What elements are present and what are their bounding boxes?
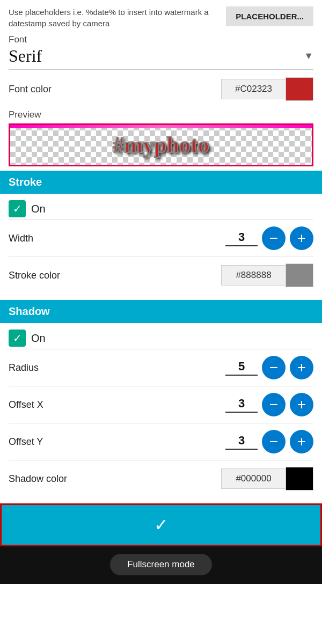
shadow-offset-y-row: Offset Y 3 − + [9,423,313,460]
shadow-checkbox[interactable]: ✓ [9,330,26,347]
bottom-bar: Fullscreen mode [0,546,322,584]
stroke-section: Stroke ✓ On Width 3 − + Stroke color [0,171,322,300]
minus-icon: − [269,231,278,246]
shadow-offset-y-controls: 3 − + [225,430,313,453]
stroke-color-row: Stroke color #888888 [9,257,313,294]
shadow-radius-label: Radius [9,362,225,374]
shadow-radius-row: Radius 5 − + [9,349,313,386]
stroke-color-input-group[interactable]: #888888 [221,264,313,287]
shadow-offset-y-increase-button[interactable]: + [290,430,313,453]
font-color-label: Font color [9,84,52,95]
top-section: Use placeholders i.e. %date% to insert i… [0,0,322,171]
plus-icon: + [297,434,306,449]
plus-icon: + [297,397,306,412]
preview-text: #myphoto [113,132,209,158]
placeholder-button[interactable]: PLACEHOLDER... [226,6,313,26]
stroke-on-row: ✓ On [9,200,313,217]
minus-icon: − [269,434,278,449]
confirm-checkmark-icon: ✓ [154,515,169,535]
shadow-radius-value: 5 [225,360,258,376]
stroke-checkbox[interactable]: ✓ [9,200,26,217]
font-label: Font [9,34,313,45]
stroke-width-row: Width 3 − + [9,220,313,257]
shadow-offset-x-label: Offset X [9,399,225,411]
shadow-radius-controls: 5 − + [225,356,313,379]
stroke-width-increase-button[interactable]: + [290,226,313,250]
shadow-color-label: Shadow color [9,473,221,485]
shadow-radius-decrease-button[interactable]: − [262,356,286,379]
placeholder-description: Use placeholders i.e. %date% to insert i… [9,6,226,29]
shadow-offset-x-row: Offset X 3 − + [9,386,313,423]
shadow-radius-increase-button[interactable]: + [290,356,313,379]
preview-box: #myphoto [9,123,313,166]
shadow-content: ✓ On Radius 5 − + Offset X 3 [0,323,322,503]
fullscreen-button[interactable]: Fullscreen mode [110,554,212,575]
font-color-row: Font color #C02323 [9,77,313,101]
stroke-width-decrease-button[interactable]: − [262,226,286,250]
shadow-offset-y-label: Offset Y [9,436,225,448]
shadow-color-hex[interactable]: #000000 [221,469,286,489]
font-color-hex[interactable]: #C02323 [221,79,286,99]
shadow-color-input-group[interactable]: #000000 [221,467,313,491]
shadow-offset-x-decrease-button[interactable]: − [262,393,286,416]
stroke-width-value: 3 [225,230,258,246]
dropdown-arrow-icon[interactable]: ▼ [304,50,313,62]
shadow-offset-x-controls: 3 − + [225,393,313,416]
stroke-content: ✓ On Width 3 − + Stroke color #888888 [0,194,322,300]
shadow-checkmark-icon: ✓ [13,332,22,345]
preview-top-line [10,125,312,128]
plus-icon: + [297,360,306,375]
shadow-section: Shadow ✓ On Radius 5 − + Offset X [0,300,322,503]
stroke-checkmark-icon: ✓ [13,202,22,215]
shadow-header: Shadow [0,300,322,323]
shadow-offset-x-value: 3 [225,397,258,413]
shadow-color-swatch[interactable] [286,467,313,491]
stroke-width-label: Width [9,233,225,244]
font-color-swatch[interactable] [286,77,313,101]
font-selector-row[interactable]: Serif ▼ [9,46,313,70]
font-color-input-group[interactable]: #C02323 [221,77,313,101]
stroke-on-label: On [31,203,46,215]
preview-label: Preview [9,109,313,120]
shadow-offset-y-value: 3 [225,434,258,450]
minus-icon: − [269,360,278,375]
font-name: Serif [9,46,42,66]
shadow-on-label: On [31,332,46,345]
stroke-color-swatch[interactable] [286,264,313,287]
shadow-color-row: Shadow color #000000 [9,460,313,497]
confirm-button[interactable]: ✓ [0,503,322,546]
shadow-on-row: ✓ On [9,330,313,347]
placeholder-row: Use placeholders i.e. %date% to insert i… [9,6,313,29]
stroke-header: Stroke [0,171,322,194]
stroke-color-label: Stroke color [9,270,221,281]
shadow-offset-y-decrease-button[interactable]: − [262,430,286,453]
stroke-width-controls: 3 − + [225,226,313,250]
plus-icon: + [297,231,306,246]
minus-icon: − [269,397,278,412]
stroke-color-hex[interactable]: #888888 [221,265,286,286]
shadow-offset-x-increase-button[interactable]: + [290,393,313,416]
